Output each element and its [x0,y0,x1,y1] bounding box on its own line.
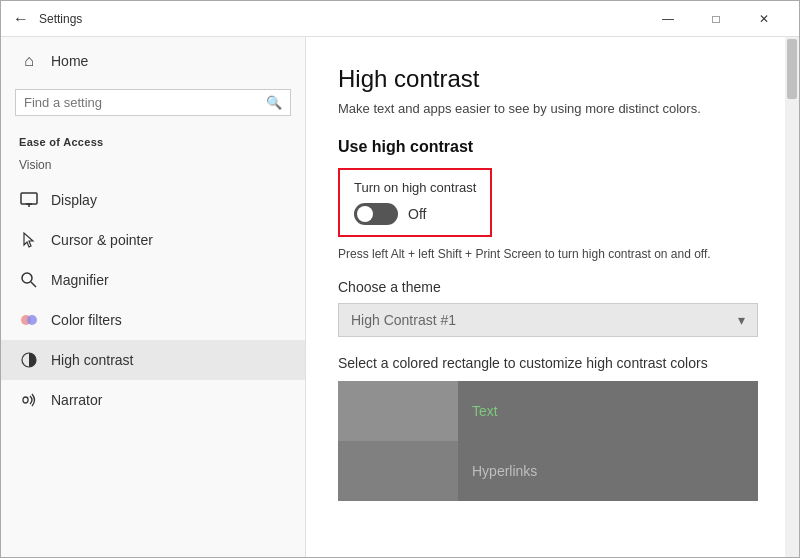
back-button[interactable]: ← [13,10,29,28]
sidebar-item-color-filters[interactable]: Color filters [1,300,305,340]
high-contrast-toggle[interactable] [354,203,398,225]
sidebar-item-label-narrator: Narrator [51,392,102,408]
settings-window: ← Settings — □ ✕ ⌂ Home 🔍 Ease of Access… [0,0,800,558]
content-area: ⌂ Home 🔍 Ease of Access Vision Display [1,37,799,557]
choose-theme-label: Choose a theme [338,279,767,295]
ease-of-access-label: Ease of Access [1,128,305,154]
high-contrast-icon [19,350,39,370]
scrollbar[interactable] [785,37,799,557]
color-customization-grid: Text Hyperlinks [338,381,758,501]
maximize-button[interactable]: □ [693,4,739,34]
text-color-swatch[interactable] [338,381,458,441]
use-high-contrast-heading: Use high contrast [338,138,767,156]
sidebar-item-narrator[interactable]: Narrator [1,380,305,420]
magnifier-icon [19,270,39,290]
toggle-label: Turn on high contrast [354,180,476,195]
theme-dropdown-value: High Contrast #1 [351,312,456,328]
svg-rect-8 [23,397,28,403]
toggle-state-label: Off [408,206,426,222]
text-color-label: Text [472,403,498,419]
text-color-label-cell[interactable]: Text [458,381,758,441]
sidebar-item-label-high-contrast: High contrast [51,352,133,368]
vision-category-label: Vision [1,154,305,180]
titlebar-left: ← Settings [13,10,82,28]
toggle-knob [357,206,373,222]
home-label: Home [51,53,88,69]
close-button[interactable]: ✕ [741,4,787,34]
sidebar-item-home[interactable]: ⌂ Home [1,37,305,85]
toggle-row: Off [354,203,476,225]
search-input[interactable] [24,95,266,110]
display-icon [19,190,39,210]
chevron-down-icon: ▾ [738,312,745,328]
theme-dropdown[interactable]: High Contrast #1 ▾ [338,303,758,337]
svg-point-3 [22,273,32,283]
svg-line-4 [31,282,36,287]
sidebar-item-display[interactable]: Display [1,180,305,220]
titlebar-title: Settings [39,12,82,26]
scrollbar-thumb[interactable] [787,39,797,99]
titlebar-controls: — □ ✕ [645,4,787,34]
hyperlinks-color-swatch[interactable] [338,441,458,501]
sidebar: ⌂ Home 🔍 Ease of Access Vision Display [1,37,306,557]
svg-rect-0 [21,193,37,204]
hyperlinks-color-label-cell[interactable]: Hyperlinks [458,441,758,501]
sidebar-item-magnifier[interactable]: Magnifier [1,260,305,300]
sidebar-item-label-color-filters: Color filters [51,312,122,328]
customize-label: Select a colored rectangle to customize … [338,355,767,371]
page-subtitle: Make text and apps easier to see by usin… [338,101,767,116]
color-filters-icon [19,310,39,330]
sidebar-item-high-contrast[interactable]: High contrast [1,340,305,380]
minimize-button[interactable]: — [645,4,691,34]
sidebar-item-cursor[interactable]: Cursor & pointer [1,220,305,260]
toggle-box: Turn on high contrast Off [338,168,492,237]
shortcut-hint: Press left Alt + left Shift + Print Scre… [338,247,767,261]
hyperlinks-color-label: Hyperlinks [472,463,537,479]
sidebar-item-label-magnifier: Magnifier [51,272,109,288]
home-icon: ⌂ [19,51,39,71]
sidebar-item-label-cursor: Cursor & pointer [51,232,153,248]
svg-point-6 [27,315,37,325]
main-panel: High contrast Make text and apps easier … [306,37,799,557]
cursor-icon [19,230,39,250]
page-title: High contrast [338,65,767,93]
titlebar: ← Settings — □ ✕ [1,1,799,37]
narrator-icon [19,390,39,410]
sidebar-item-label-display: Display [51,192,97,208]
search-icon: 🔍 [266,95,282,110]
search-box[interactable]: 🔍 [15,89,291,116]
